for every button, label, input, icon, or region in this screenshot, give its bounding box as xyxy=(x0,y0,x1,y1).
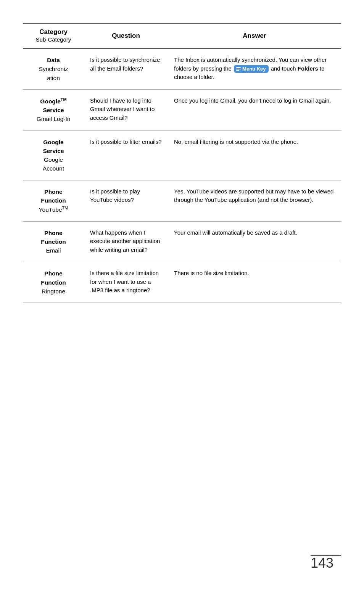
table-row: GoogleServiceGoogleAccount Is it possibl… xyxy=(23,130,341,180)
answer-text: Your email will automatically be saved a… xyxy=(174,229,297,236)
cell-answer: Once you log into Gmail, you don't need … xyxy=(168,89,341,130)
cell-category: GoogleTMServiceGmail Log-In xyxy=(23,89,84,130)
svg-rect-2 xyxy=(236,70,239,71)
svg-rect-1 xyxy=(236,69,241,69)
answer-text: Once you log into Gmail, you don't need … xyxy=(174,97,331,104)
question-text: Is it possible to filter emails? xyxy=(90,138,162,145)
question-text: Is there a file size limitation for when… xyxy=(90,270,159,293)
header-question: Question xyxy=(84,23,168,48)
question-text: Is it possible to play YouTube videos? xyxy=(90,188,140,203)
header-category: Category Sub-Category xyxy=(23,23,84,48)
table-row: PhoneFunctionRingtone Is there a file si… xyxy=(23,262,341,303)
cell-answer: No, email filtering is not supported via… xyxy=(168,130,341,180)
cell-category: PhoneFunctionRingtone xyxy=(23,262,84,303)
table-header-row: Category Sub-Category Question Answer xyxy=(23,23,341,48)
category-label: PhoneFunctionRingtone xyxy=(41,270,66,295)
page-number: 143 xyxy=(311,555,333,571)
answer-text: There is no file size limitation. xyxy=(174,270,249,276)
category-label: PhoneFunctionEmail xyxy=(41,230,66,254)
svg-rect-0 xyxy=(236,67,241,68)
header-subcategory-label: Sub-Category xyxy=(36,36,71,43)
cell-category: DataSynchronization xyxy=(23,48,84,89)
answer-text: No, email filtering is not supported via… xyxy=(174,138,298,145)
cell-answer: Your email will automatically be saved a… xyxy=(168,221,341,262)
cell-category: PhoneFunctionYouTubeTM xyxy=(23,180,84,221)
cell-question: What happens when I execute another appl… xyxy=(84,221,168,262)
faq-table: Category Sub-Category Question Answer Da… xyxy=(23,23,341,303)
table-row: PhoneFunctionEmail What happens when I e… xyxy=(23,221,341,262)
cell-question: Is it possible to filter emails? xyxy=(84,130,168,180)
category-label: GoogleServiceGoogleAccount xyxy=(43,139,64,172)
cell-question: Is there a file size limitation for when… xyxy=(84,262,168,303)
cell-answer: There is no file size limitation. xyxy=(168,262,341,303)
header-answer: Answer xyxy=(168,23,341,48)
cell-category: GoogleServiceGoogleAccount xyxy=(23,130,84,180)
header-category-label: Category xyxy=(39,28,68,35)
answer-text: The Inbox is automatically synchronized.… xyxy=(174,56,327,80)
category-label: GoogleTMServiceGmail Log-In xyxy=(37,98,71,122)
menu-key-badge: Menu Key xyxy=(234,65,268,73)
menu-key-icon xyxy=(236,66,241,72)
table-row: PhoneFunctionYouTubeTM Is it possible to… xyxy=(23,180,341,221)
cell-category: PhoneFunctionEmail xyxy=(23,221,84,262)
question-text: What happens when I execute another appl… xyxy=(90,229,160,253)
folders-bold: Folders xyxy=(298,65,318,72)
cell-question: Is it possible to play YouTube videos? xyxy=(84,180,168,221)
answer-text: Yes, YouTube videos are supported but ma… xyxy=(174,188,333,203)
cell-question: Should I have to log into Gmail whenever… xyxy=(84,89,168,130)
cell-answer: The Inbox is automatically synchronized.… xyxy=(168,48,341,89)
question-text: Is it possible to synchronize all the Em… xyxy=(90,56,160,72)
table-row: GoogleTMServiceGmail Log-In Should I hav… xyxy=(23,89,341,130)
question-text: Should I have to log into Gmail whenever… xyxy=(90,97,155,121)
cell-question: Is it possible to synchronize all the Em… xyxy=(84,48,168,89)
category-label: DataSynchronization xyxy=(39,57,68,81)
cell-answer: Yes, YouTube videos are supported but ma… xyxy=(168,180,341,221)
page-container: Category Sub-Category Question Answer Da… xyxy=(0,0,364,333)
table-row: DataSynchronization Is it possible to sy… xyxy=(23,48,341,89)
category-label: PhoneFunctionYouTubeTM xyxy=(39,188,68,213)
